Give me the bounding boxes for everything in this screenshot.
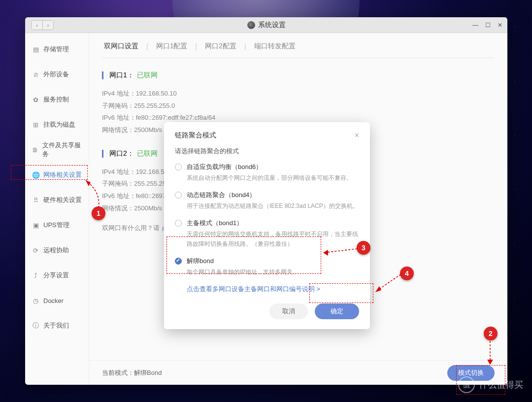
window-title-text: 系统设置 [258,21,286,30]
sidebar-item-label: 网络相关设置 [43,170,82,179]
radio-icon [175,164,182,170]
sidebar-item-docker[interactable]: ◷Docker [25,291,89,310]
sidebar-item-ups[interactable]: ▣UPS管理 [25,216,89,234]
annotation-badge-3: 3 [357,241,370,255]
dialog-close-button[interactable]: × [355,131,359,140]
sidebar-item-service[interactable]: ✿服务控制 [25,90,89,109]
maximize-button[interactable]: ☐ [485,22,491,29]
settings-icon [247,21,255,29]
sidebar-item-label: 远程协助 [43,246,69,255]
radio-label: 解绑bond [187,257,299,266]
bonding-mode-dialog: 链路聚合模式 × 请选择链路聚合的模式 自适应负载均衡（bond6） 系统自动分… [164,122,370,329]
tab-separator: | [195,42,197,50]
sidebar-item-label: 关于我们 [43,321,69,330]
radio-option-bond4[interactable]: 动态链路聚合（bond4） 用于连接配置为动态链路聚合（IEEE 802.3ad… [175,191,359,211]
port2-status: 已联网 [137,149,158,158]
tab-port2[interactable]: 网口2配置 [203,42,238,51]
port1-ipv4: IPv4 地址：192.168.50.10 [102,88,495,100]
radio-label: 动态链路聚合（bond4） [187,191,359,200]
port1-heading: 网口1： 已联网 [102,71,495,80]
port1-status: 已联网 [137,71,158,80]
radio-option-bond1[interactable]: 主备模式（bond1） 无需任何特定的网络交换机支持，备用线路平时不启用，当主要… [175,219,359,248]
port1-mask: 子网掩码：255.255.255.0 [102,100,495,112]
minimize-button[interactable]: — [472,22,478,29]
sidebar-item-storage[interactable]: ▤存储管理 [25,40,89,59]
files-icon: 🗎 [32,146,38,154]
radio-label: 主备模式（bond1） [187,219,359,228]
watermark: 值 什么值得买 [458,376,523,393]
sidebar-item-files[interactable]: 🗎文件及共享服务 [25,140,89,159]
sidebar-item-label: 服务控制 [43,95,69,104]
tab-separator: | [146,42,148,50]
hint-text: 双网口有什么用？请 [102,224,162,232]
sidebar-item-label: 存储管理 [43,45,69,54]
title-bar: ‹ › 系统设置 — ☐ ✕ [25,17,507,33]
mount-icon: ⊞ [32,121,39,129]
radio-icon [175,192,182,199]
external-icon: ⎚ [32,71,39,78]
dialog-title: 链路聚合模式 [175,131,216,140]
nav-buttons: ‹ › [31,20,54,30]
sidebar: ▤存储管理 ⎚外部设备 ✿服务控制 ⊞挂载为磁盘 🗎文件及共享服务 🌐网络相关设… [25,33,89,385]
sidebar-item-share[interactable]: ⤴分享设置 [25,266,89,285]
sidebar-item-hardware[interactable]: ⠿硬件相关设置 [25,191,89,209]
sidebar-item-label: 外部设备 [43,70,69,79]
radio-description: 系统自动分配两个网口之间的流量，部分网络设备可能不兼容。 [187,173,352,183]
docker-icon: ◷ [32,297,39,304]
watermark-text: 什么值得买 [479,379,523,391]
ups-icon: ▣ [32,222,39,229]
cancel-button[interactable]: 取消 [269,303,308,319]
radio-option-unbond[interactable]: 解绑bond 每个网口具备单独的IP地址，支持多网关。 [175,257,359,277]
window-controls: — ☐ ✕ [472,22,502,29]
radio-description: 无需任何特定的网络交换机支持，备用线路平时不启用，当主要线路故障时切换备用线路。… [187,230,359,248]
radio-icon [175,258,182,265]
port2-title: 网口2： [109,149,134,158]
watermark-logo-icon: 值 [458,376,475,393]
hardware-icon: ⠿ [32,197,39,204]
dialog-subtitle: 请选择链路聚合的模式 [175,147,359,156]
radio-description: 每个网口具备单独的IP地址，支持多网关。 [187,268,299,277]
about-icon: ⓘ [32,322,39,330]
port1-title: 网口1： [109,71,134,80]
share-icon: ⤴ [32,272,39,279]
radio-option-bond6[interactable]: 自适应负载均衡（bond6） 系统自动分配两个网口之间的流量，部分网络设备可能不… [175,163,359,183]
dialog-help-link[interactable]: 点击查看多网口设备主备网口和网口编号说明 > [187,285,359,294]
remote-icon: ⟳ [32,247,39,254]
annotation-badge-4: 4 [400,267,414,280]
radio-description: 用于连接配置为动态链路聚合（IEEE 802.3ad LACP）的交换机。 [187,201,359,211]
window-title: 系统设置 [247,21,286,30]
network-icon: 🌐 [32,171,39,179]
footer-bar: 当前模式：解绑Bond 模式切换 [89,360,507,385]
radio-icon [175,220,182,227]
heading-bar-icon [102,150,103,158]
annotation-badge-1: 1 [92,206,105,220]
sidebar-item-network[interactable]: 🌐网络相关设置 [25,166,89,184]
tab-port1[interactable]: 网口1配置 [154,42,190,51]
tab-dual-port[interactable]: 双网口设置 [102,42,140,51]
sidebar-item-external[interactable]: ⎚外部设备 [25,65,89,84]
storage-icon: ▤ [32,46,39,53]
annotation-badge-2: 2 [484,327,498,340]
sidebar-item-label: 挂载为磁盘 [43,120,75,129]
sidebar-item-mount[interactable]: ⊞挂载为磁盘 [25,115,89,134]
sidebar-item-label: 硬件相关设置 [43,196,82,204]
tabs: 双网口设置 | 网口1配置 | 网口2配置 | 端口转发配置 [102,42,495,58]
heading-bar-icon [102,71,103,79]
service-icon: ✿ [32,96,39,103]
dialog-actions: 取消 确定 [175,303,359,319]
radio-label: 自适应负载均衡（bond6） [187,163,352,171]
ok-button[interactable]: 确定 [315,303,359,319]
sidebar-item-label: 文件及共享服务 [42,141,82,159]
close-button[interactable]: ✕ [498,22,502,29]
tab-port-forward[interactable]: 端口转发配置 [252,42,298,51]
sidebar-item-label: Docker [43,297,64,304]
sidebar-item-label: UPS管理 [43,221,69,230]
current-mode-label: 当前模式：解绑Bond [102,368,162,377]
sidebar-item-remote[interactable]: ⟳远程协助 [25,241,89,260]
sidebar-item-about[interactable]: ⓘ关于我们 [25,316,89,335]
nav-back-button[interactable]: ‹ [32,21,42,30]
tab-separator: | [244,42,246,50]
nav-forward-button[interactable]: › [42,21,53,30]
sidebar-item-label: 分享设置 [43,271,69,280]
